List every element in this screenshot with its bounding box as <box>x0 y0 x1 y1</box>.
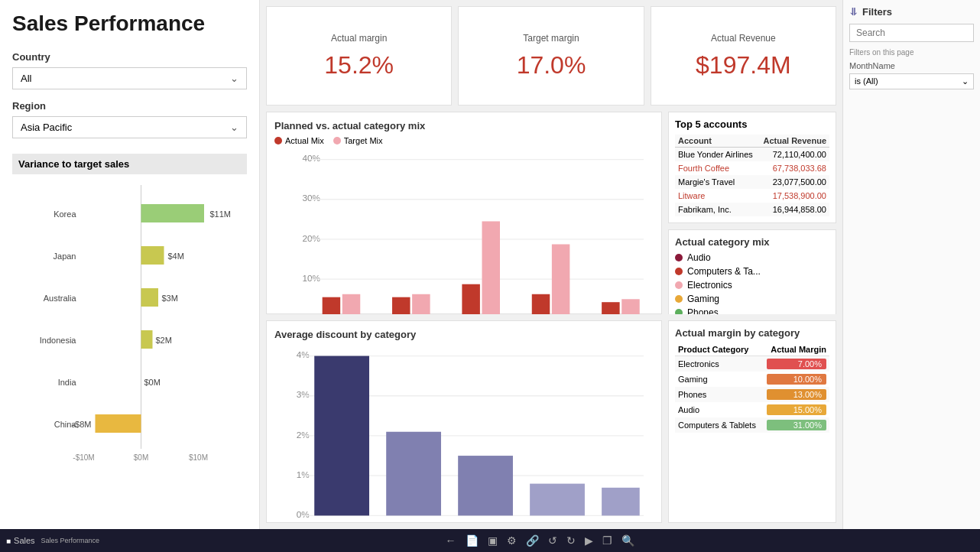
avg-discount-body: 4% 3% 2% 1% 0% <box>274 345 654 523</box>
svg-text:Electronics: Electronics <box>320 522 364 523</box>
svg-text:3%: 3% <box>297 389 310 399</box>
svg-text:2%: 2% <box>297 430 310 440</box>
legend-label: Computers & Ta... <box>687 266 761 277</box>
region-dropdown[interactable]: Asia Pacific ⌄ <box>12 116 247 138</box>
month-name-label: MonthName <box>849 61 974 70</box>
avg-discount-panel: Average discount by category 4% 3% 2% 1%… <box>266 320 662 523</box>
svg-rect-36 <box>482 221 499 314</box>
back-icon[interactable]: ← <box>446 534 456 547</box>
country-label: Country <box>12 51 247 63</box>
margin-col-margin: Actual Margin <box>764 343 829 356</box>
taskbar: ■ Sales Sales Performance ← 📄 ▣ ⚙ 🔗 ↺ ↻ … <box>0 529 980 552</box>
category-cell: Phones <box>675 387 764 402</box>
taskbar-sales-icon: ■ <box>6 537 11 545</box>
actual-mix-dot <box>274 137 282 144</box>
svg-text:-$8M: -$8M <box>72 420 91 429</box>
svg-rect-58 <box>386 432 441 516</box>
region-label: Region <box>12 100 247 112</box>
target-margin-value: 17.0% <box>517 51 586 80</box>
variance-chart: -$10M $0M $10M Korea $11M Japan $4M Aust… <box>12 177 247 483</box>
kpi-target-margin: Target margin 17.0% <box>458 6 644 106</box>
svg-text:Gaming: Gaming <box>541 522 573 523</box>
center-area: Actual margin 15.2% Target margin 17.0% … <box>260 0 842 529</box>
search-icon[interactable]: 🔍 <box>621 534 634 547</box>
redo-icon[interactable]: ↻ <box>566 534 576 547</box>
top5-col-revenue: Actual Revenue <box>758 135 829 148</box>
country-dropdown[interactable]: All ⌄ <box>12 67 247 89</box>
actual-mix-panel: Actual category mix AudioComputers & Ta.… <box>668 229 836 314</box>
top5-row: Fabrikam, Inc.16,944,858.00 <box>675 203 829 216</box>
category-cell: Electronics <box>675 356 764 372</box>
margin-row: Computers & Tablets31.00% <box>675 417 829 433</box>
account-cell: Fabrikam, Inc. <box>675 203 758 216</box>
actual-mix-title: Actual category mix <box>675 236 829 248</box>
chevron-down-icon: ⌄ <box>230 73 239 84</box>
legend-color-dot <box>675 295 683 303</box>
revenue-cell: 17,538,900.00 <box>758 189 829 203</box>
legend-item: Phones <box>675 307 829 314</box>
play-icon[interactable]: ▶ <box>585 534 593 547</box>
svg-rect-59 <box>458 456 513 515</box>
undo-icon[interactable]: ↺ <box>548 534 557 547</box>
planned-vs-actual-body: 40% 30% 20% 10% 0% <box>274 148 654 314</box>
svg-text:Korea: Korea <box>54 209 76 219</box>
account-cell: Litware <box>675 189 758 203</box>
svg-text:Australia: Australia <box>44 294 77 303</box>
svg-rect-61 <box>602 488 640 516</box>
svg-rect-57 <box>314 356 369 516</box>
svg-rect-32 <box>342 294 360 314</box>
save-icon[interactable]: ▣ <box>488 534 498 547</box>
margin-cell: 31.00% <box>764 417 829 433</box>
filter-search-input[interactable] <box>849 24 974 42</box>
svg-rect-35 <box>462 284 479 314</box>
fullscreen-icon[interactable]: ❐ <box>602 534 612 547</box>
variance-title: Variance to target sales <box>12 154 247 174</box>
legend-color-dot <box>675 254 683 261</box>
svg-text:40%: 40% <box>303 153 321 163</box>
avg-discount-title: Average discount by category <box>274 329 654 340</box>
account-cell: Blue Yonder Airlines <box>675 148 758 162</box>
top5-table: Account Actual Revenue Blue Yonder Airli… <box>675 135 829 216</box>
planned-vs-actual-title: Planned vs. actual category mix <box>274 120 654 132</box>
file-icon[interactable]: 📄 <box>466 534 479 547</box>
svg-text:0%: 0% <box>297 509 310 519</box>
category-cell: Gaming <box>675 372 764 387</box>
top5-title: Top 5 accounts <box>675 119 829 130</box>
account-cell: Margie's Travel <box>675 175 758 189</box>
legend-color-dot <box>675 309 683 314</box>
svg-text:$0M: $0M <box>144 378 161 387</box>
svg-text:$10M: $10M <box>189 453 208 462</box>
svg-text:-$10M: -$10M <box>73 453 94 462</box>
margin-title: Actual margin by category <box>675 327 829 339</box>
category-cell: Computers & Tablets <box>675 417 764 433</box>
legend-item: Computers & Ta... <box>675 266 829 277</box>
taskbar-page-label: ■ Sales <box>6 536 35 545</box>
legend-color-dot <box>675 268 683 275</box>
filters-label: Filters <box>862 6 892 18</box>
top5-row: Blue Yonder Airlines72,110,400.00 <box>675 148 829 162</box>
svg-text:0%: 0% <box>303 313 316 314</box>
settings-icon[interactable]: ⚙ <box>507 534 517 547</box>
legend-label: Audio <box>687 252 711 263</box>
legend-label: Electronics <box>687 280 732 291</box>
actual-margin-value: 15.2% <box>324 51 394 80</box>
svg-text:Japan: Japan <box>54 252 76 261</box>
target-margin-label: Target margin <box>523 33 579 44</box>
category-cell: Audio <box>675 402 764 417</box>
top5-row: Litware17,538,900.00 <box>675 189 829 203</box>
variance-section: Variance to target sales -$10M $0M $10M … <box>12 154 247 485</box>
margin-row: Audio15.00% <box>675 402 829 417</box>
svg-text:20%: 20% <box>303 233 321 243</box>
svg-text:$2M: $2M <box>156 336 172 345</box>
link-icon[interactable]: 🔗 <box>526 534 539 547</box>
svg-text:$11M: $11M <box>210 209 232 219</box>
kpi-actual-margin: Actual margin 15.2% <box>266 6 452 106</box>
legend-label: Gaming <box>687 294 719 304</box>
svg-text:$3M: $3M <box>162 294 178 303</box>
svg-text:1%: 1% <box>297 469 310 479</box>
account-cell: Fourth Coffee <box>675 161 758 175</box>
month-filter-dropdown[interactable]: is (All) ⌄ <box>849 73 974 89</box>
margin-col-product: Product Category <box>675 343 764 356</box>
svg-text:$0M: $0M <box>134 453 148 462</box>
svg-rect-5 <box>141 204 205 222</box>
